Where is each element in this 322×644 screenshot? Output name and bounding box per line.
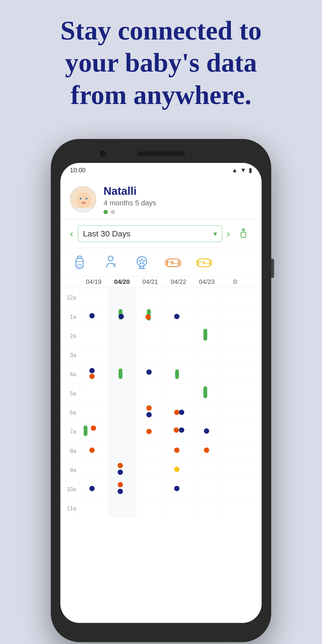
cell-0422-10a <box>164 480 192 499</box>
dropdown-icon: ▾ <box>214 230 217 238</box>
cell-0422-11a <box>164 499 192 518</box>
profile-info: Natalli 4 months 5 days <box>104 184 252 214</box>
cell-0423-2a <box>192 326 221 346</box>
cell-next-12a <box>221 288 249 307</box>
hero-title: Stay connected to your baby's data from … <box>19 14 303 111</box>
category-icons-row: 2 1 <box>60 248 262 276</box>
cell-0423-3a <box>192 346 221 365</box>
svg-text:1: 1 <box>202 260 205 265</box>
signal-icon: ▲ <box>232 166 238 174</box>
cell-0419-8a <box>80 441 108 460</box>
cells-4a <box>80 365 249 384</box>
date-range-button[interactable]: Last 30 Days ▾ <box>78 226 222 242</box>
cell-next-10a <box>221 480 249 499</box>
row-2a: 2a <box>60 326 262 345</box>
cell-0421-8a <box>136 441 164 460</box>
sleep-0423-5a <box>204 386 207 398</box>
phone-camera <box>99 150 107 158</box>
cell-0420-11a <box>108 499 136 518</box>
cells-11a <box>80 499 249 518</box>
dot-orange-0422-6a <box>174 410 180 415</box>
cell-0419-3a <box>80 346 108 365</box>
status-icons: ▲ ▼ ▮ <box>232 166 252 174</box>
prev-arrow[interactable]: ‹ <box>70 228 73 239</box>
dot-orange-0422-7a <box>174 428 179 433</box>
date-col-0423: 04/23 <box>192 278 221 286</box>
cell-0422-4a <box>164 365 192 384</box>
next-arrow[interactable]: › <box>227 228 230 239</box>
time-9a: 9a <box>60 467 80 474</box>
phone-body: 10:00 ▲ ▼ ▮ <box>51 139 271 642</box>
sleep-0423-2a <box>204 329 207 341</box>
cell-0420-1a <box>108 307 136 326</box>
time-4a: 4a <box>60 371 80 378</box>
date-nav: ‹ Last 30 Days ▾ › <box>60 219 262 248</box>
dot-orange-0419-4a <box>89 374 95 379</box>
svg-rect-6 <box>241 232 246 238</box>
time-10a: 10a <box>60 486 80 492</box>
time-rows: 12a 1a <box>60 288 262 518</box>
dot-navy-0423-7a <box>204 428 209 434</box>
cell-0419-4a <box>80 365 108 384</box>
cell-0421-12a <box>136 288 164 307</box>
row-7a: 7a <box>60 422 262 441</box>
date-col-0421: 04/21 <box>136 278 164 286</box>
cell-next-3a <box>221 346 249 365</box>
cell-0423-10a <box>192 480 221 499</box>
share-button[interactable] <box>235 225 252 242</box>
cell-next-4a <box>221 365 249 384</box>
phone-speaker <box>137 152 185 156</box>
dot-navy-0420-9a <box>118 470 123 475</box>
row-11a: 11a <box>60 498 262 518</box>
cell-0421-4a <box>136 365 164 384</box>
dot-orange-0419-8a <box>89 448 95 453</box>
cell-0420-10a <box>108 480 136 499</box>
row-6a: 6a <box>60 403 262 422</box>
cell-0421-11a <box>136 499 164 518</box>
cell-0421-7a <box>136 422 164 441</box>
cell-0421-6a <box>136 403 164 422</box>
cell-0420-8a <box>108 441 136 460</box>
dot-orange-0421-7a <box>146 429 152 434</box>
cell-0420-4a <box>108 365 136 384</box>
svg-marker-15 <box>139 258 145 264</box>
sleep-0422-4a <box>175 370 179 379</box>
dot-orange-0419-7a <box>91 426 96 431</box>
avatar <box>70 186 96 212</box>
cell-0422-8a <box>164 441 192 460</box>
svg-point-1 <box>76 192 91 209</box>
cell-0421-9a <box>136 460 164 480</box>
dot-navy-0422-6a-2 <box>179 410 184 415</box>
battery-icon: ▮ <box>249 166 252 174</box>
dates-header-row: 04/19 04/20 04/21 04/22 04/23 0 <box>60 276 262 288</box>
cell-0422-1a <box>164 307 192 326</box>
time-1a: 1a <box>60 314 80 320</box>
cell-0423-4a <box>192 365 221 384</box>
cell-next-2a <box>221 326 249 346</box>
wet-diaper-icon[interactable]: 2 <box>164 253 182 272</box>
cell-0421-1a <box>136 307 164 326</box>
row-4a: 4a <box>60 364 262 384</box>
cells-7a <box>80 422 249 441</box>
dot-inactive <box>111 210 115 214</box>
dot-navy-0421-4a <box>146 370 152 375</box>
nursing-icon[interactable] <box>101 253 120 272</box>
cells-9a <box>80 460 249 480</box>
cell-0419-6a <box>80 403 108 422</box>
dot-navy-0419-1a <box>89 313 95 318</box>
svg-point-12 <box>108 256 113 261</box>
bottle-icon[interactable] <box>70 253 89 272</box>
svg-point-3 <box>86 198 88 200</box>
time-3a: 3a <box>60 352 80 358</box>
phone-screen: 10:00 ▲ ▼ ▮ <box>60 163 262 623</box>
dot-navy-0422-1a <box>174 314 180 319</box>
cell-next-6a <box>221 403 249 422</box>
time-6a: 6a <box>60 409 80 416</box>
cell-0422-7a <box>164 422 192 441</box>
dirty-diaper-icon[interactable]: 1 <box>194 253 214 272</box>
cell-next-8a <box>221 441 249 460</box>
cell-0422-9a <box>164 460 192 480</box>
achievement-icon[interactable] <box>132 253 152 272</box>
cells-2a <box>80 326 249 346</box>
svg-point-13 <box>113 263 116 266</box>
